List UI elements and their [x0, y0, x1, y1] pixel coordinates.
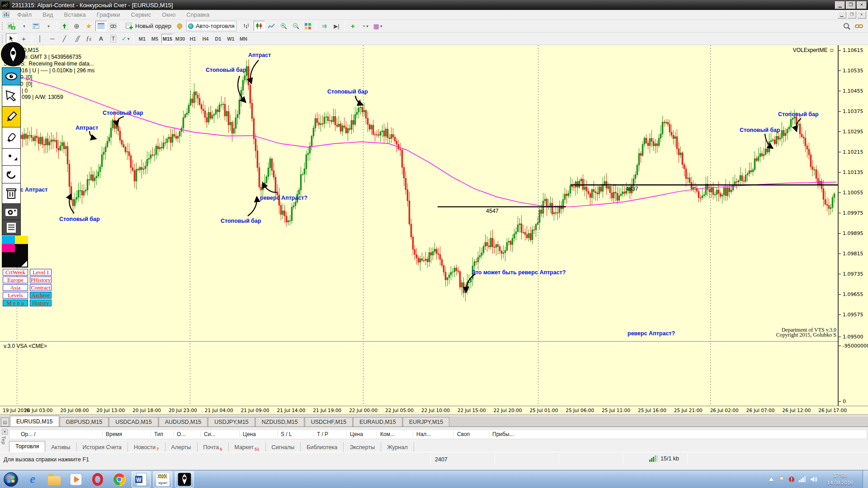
terminal-panel-button[interactable]: [95, 21, 107, 31]
list-icon[interactable]: [2, 220, 21, 235]
chart-tab-EURAUD[interactable]: EURAUD,M15: [353, 417, 402, 427]
tray-volume-icon[interactable]: [810, 476, 817, 483]
indicator-button-Europe[interactable]: Europe: [3, 277, 28, 283]
timeframe-D1-button[interactable]: D1: [212, 34, 224, 43]
cursor-tool-icon[interactable]: [2, 85, 21, 107]
current-color-swatch[interactable]: [2, 252, 28, 267]
close-button[interactable]: ×: [857, 1, 867, 9]
tray-alert-icon[interactable]: [788, 476, 795, 483]
timeframe-M5-button[interactable]: M5: [149, 34, 160, 43]
trash-icon[interactable]: [2, 183, 21, 204]
terminal-tab-Торговля[interactable]: Торговля: [9, 441, 45, 452]
toolbar-grip[interactable]: [2, 22, 4, 30]
timeframe-M15-button[interactable]: M15: [161, 34, 173, 43]
terminal-tab-Сигналы[interactable]: Сигналы: [266, 442, 301, 452]
undo-icon[interactable]: [2, 166, 21, 183]
menu-item-Справка[interactable]: Справка: [181, 10, 215, 19]
terminal-tab-Алерты[interactable]: Алерты: [165, 442, 198, 452]
terminal-close-button[interactable]: ×: [2, 429, 8, 435]
zoom-in-button[interactable]: [278, 21, 289, 31]
taskbar-internet-explorer-icon[interactable]: e: [23, 471, 42, 488]
terminal-tab-История-Счета[interactable]: История Счета: [77, 442, 128, 452]
pencil-tool-icon[interactable]: [2, 107, 21, 127]
color-cyan-swatch[interactable]: [2, 236, 15, 244]
maximize-button[interactable]: ❐: [846, 1, 856, 9]
fibonacci-button[interactable]: ƒE: [83, 33, 94, 44]
search-button[interactable]: [841, 21, 852, 31]
line-width-icon[interactable]: [2, 149, 21, 166]
horizontal-line-button[interactable]: ─: [47, 33, 58, 44]
color-black-swatch[interactable]: [15, 244, 28, 252]
indicator-button-LevelI[interactable]: Level I: [30, 269, 52, 276]
timeframe-H4-button[interactable]: H4: [199, 34, 211, 43]
indicators-button[interactable]: +: [347, 21, 359, 31]
text-button[interactable]: A: [95, 33, 107, 44]
minimize-button[interactable]: ▁: [835, 1, 845, 9]
chart-tab-USDCAD[interactable]: USDCAD,M15: [109, 417, 158, 427]
taskbar-chrome-icon[interactable]: [110, 471, 129, 488]
zoom-out-button[interactable]: [290, 21, 302, 31]
line-chart-button[interactable]: [266, 21, 277, 31]
mdi-close-button[interactable]: ×: [857, 11, 866, 19]
auto-scroll-button[interactable]: ⇉: [319, 21, 330, 31]
metaeditor-button[interactable]: [174, 21, 185, 31]
menu-item-Окно[interactable]: Окно: [156, 10, 181, 19]
new-order-button[interactable]: Новый ордер: [124, 21, 173, 31]
chart-tab-EURUSD[interactable]: EURUSD,M15: [10, 416, 59, 427]
timeframe-MN-button[interactable]: MN: [237, 34, 249, 43]
candlestick-chart-button[interactable]: [254, 21, 265, 31]
bars-chart-button[interactable]: [241, 21, 253, 31]
terminal-tab-Журнал[interactable]: Журнал: [381, 442, 414, 452]
taskbar-word-icon[interactable]: W: [132, 471, 151, 488]
tray-network-icon[interactable]: [799, 476, 806, 482]
timeframe-M1-button[interactable]: M1: [136, 34, 148, 43]
periods-button[interactable]: ◔▾: [359, 21, 371, 31]
indicator-button-CrtWeek[interactable]: CrtWeek: [3, 269, 28, 276]
templates-button[interactable]: ▦▾: [372, 21, 384, 31]
favorites-button[interactable]: ★: [83, 21, 94, 31]
toolbar-grip[interactable]: [2, 35, 4, 43]
chart-tabs-menu-icon[interactable]: ▤: [1, 418, 9, 427]
taskbar-alpari-icon[interactable]: a|pari: [153, 471, 172, 488]
menu-item-Сервис[interactable]: Сервис: [126, 10, 157, 19]
color-yellow-swatch[interactable]: [15, 236, 28, 244]
chart-workspace[interactable]: EURUSD,M15Time Line: GMT 3 | 5439566735S…: [0, 45, 868, 416]
timeframe-M30-button[interactable]: M30: [174, 34, 186, 43]
chart-tab-EURJPY[interactable]: EURJPY,M15: [403, 417, 450, 427]
tile-windows-button[interactable]: [302, 21, 314, 31]
indicator-button-History[interactable]: History: [30, 300, 52, 306]
indicator-button-Levels[interactable]: Levels: [3, 292, 28, 299]
mdi-restore-button[interactable]: ❐: [847, 11, 856, 19]
chart-dropdown-button[interactable]: ▾: [18, 21, 29, 31]
indicator-button-Asia[interactable]: Asia: [3, 284, 28, 291]
crosshair-button[interactable]: +: [18, 33, 29, 44]
channel-button[interactable]: ╱╱: [71, 33, 82, 44]
terminal-tab-Библиотека[interactable]: Библиотека: [301, 442, 344, 452]
terminal-tab-Активы[interactable]: Активы: [45, 442, 76, 452]
menu-item-Графики[interactable]: Графики: [91, 10, 126, 19]
screenshot-tool-logo-icon[interactable]: [1, 42, 25, 66]
timeframe-W1-button[interactable]: W1: [225, 34, 236, 43]
marker-tool-icon[interactable]: [2, 127, 21, 149]
tray-expand-icon[interactable]: [769, 477, 774, 482]
eye-icon[interactable]: [2, 67, 21, 85]
chart-tab-USDCHF[interactable]: USDCHF,M15: [305, 417, 353, 427]
terminal-tab-Новости[interactable]: Новости7: [128, 442, 165, 452]
taskbar-clock[interactable]: 17:58 14.08.2016: [827, 472, 853, 486]
mdi-minimize-button[interactable]: ▁: [837, 11, 846, 19]
taskbar-media-player-icon[interactable]: [66, 471, 85, 488]
menu-item-Вид[interactable]: Вид: [37, 10, 59, 19]
indicator-button-Menu[interactable]: M e n u: [3, 300, 28, 306]
navigator-button[interactable]: [108, 21, 119, 31]
chart-tab-USDJPY[interactable]: USDJPY,M15: [208, 417, 255, 427]
tray-flag-icon[interactable]: [778, 476, 784, 483]
menu-item-Вставка[interactable]: Вставка: [59, 10, 91, 19]
indicator-button-PHistory[interactable]: PHistory: [30, 277, 52, 283]
autotrade-button[interactable]: Авто-торговля: [186, 21, 236, 31]
indicator-button-Contract[interactable]: Contract: [30, 284, 52, 291]
community-button[interactable]: [853, 21, 865, 31]
chart-tab-AUDUSD[interactable]: AUDUSD,M15: [159, 417, 208, 427]
color-magenta-swatch[interactable]: [2, 244, 15, 252]
terminal-tab-Почта[interactable]: Почта6: [198, 442, 229, 452]
price-axis[interactable]: 1.106151.105351.104551.103751.102951.102…: [839, 45, 868, 406]
